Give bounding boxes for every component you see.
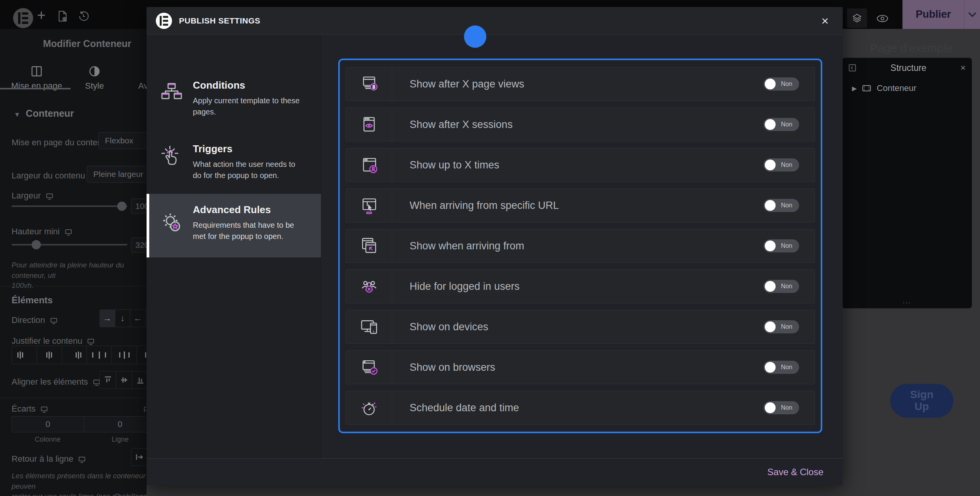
section-conteneur-header[interactable]: ▼Conteneur [14,108,74,119]
responsive-monitor-icon[interactable] [88,339,94,343]
align-control [100,371,147,389]
responsive-monitor-icon[interactable] [79,457,85,461]
justify-end-button[interactable] [62,346,87,364]
min-height-slider-knob[interactable] [32,240,41,249]
justify-space-evenly-button[interactable] [137,346,147,364]
signup-button[interactable]: Sign Up [890,384,953,418]
gap-column-label: Colonne [12,435,84,444]
tab-avance[interactable]: Avancé [121,66,147,91]
justify-start-button[interactable] [12,346,37,364]
rule-row-arriving-from: Show when arriving from Non [346,229,815,263]
toggle-knob [765,119,776,130]
rule-row-up-to-x-times: Show up to X times Non [346,148,815,182]
gap-column-input[interactable]: 0 [12,417,84,432]
justify-control [12,346,147,364]
elementor-menu-button[interactable] [13,8,33,28]
justify-space-between-button[interactable] [87,346,112,364]
gaps-label: Écarts [12,404,47,414]
page-settings-icon[interactable] [56,10,69,22]
content-width-select[interactable]: Pleine largeur [87,166,147,183]
selected-indicator [147,194,149,257]
responsive-monitor-icon[interactable] [41,407,47,411]
gaps-inputs: 0 0 [12,416,147,432]
rule-toggle[interactable]: Non [764,280,799,293]
structure-more-indicator[interactable]: ... [842,296,972,305]
active-tab-underline [0,88,71,89]
tab-style[interactable]: Style [64,66,125,91]
dock-icon[interactable] [848,64,857,72]
rule-toggle[interactable]: Non [764,401,799,414]
justify-space-around-button[interactable] [112,346,137,364]
wrap-label: Retour à la ligne [12,454,85,464]
rule-label: Show when arriving from [410,240,524,252]
structure-close-icon[interactable]: × [960,62,966,73]
rule-toggle[interactable]: Non [764,239,799,252]
rule-toggle[interactable]: Non [764,199,799,212]
direction-control: → ↓ ← ↑ [100,309,147,327]
no-wrap-button[interactable] [132,449,147,466]
direction-column-button[interactable]: ↓ [115,310,131,327]
nav-item-title: Triggers [193,143,309,155]
schedule-icon [346,391,392,424]
toggle-knob [765,240,776,251]
justify-center-button[interactable] [37,346,62,364]
toggle-state-label: Non [781,242,792,249]
rule-label: Show on devices [410,321,488,333]
layout-select[interactable]: Flexbox [98,132,147,149]
align-center-button[interactable] [116,372,132,388]
align-end-button[interactable] [132,372,147,388]
tab-mise-en-page[interactable]: Mise en page [6,66,67,91]
gaps-unit-select[interactable]: p [143,404,147,413]
width-value-input[interactable]: 100 [131,198,147,214]
rule-label: Show on browsers [410,361,495,373]
responsive-monitor-icon[interactable] [65,229,72,234]
align-start-button[interactable] [100,372,116,388]
add-element-icon[interactable]: + [35,11,48,19]
min-height-value-input[interactable]: 320 [131,237,147,253]
responsive-monitor-icon[interactable] [93,380,100,384]
gap-row-label: Ligne [84,435,147,444]
modal-footer: Save & Close [147,458,843,485]
direction-row-reverse-button[interactable]: ← [130,310,146,327]
structure-item-conteneur[interactable]: ▶ Conteneur [842,78,972,93]
rule-row-specific-url: When arriving from specific URL Non [346,188,815,222]
tab-label: Mise en page [6,81,67,91]
nav-item-advanced-rules[interactable]: Advanced Rules Requirements that have to… [147,194,321,257]
width-slider-track[interactable] [12,205,127,207]
toggle-knob [765,281,776,292]
modal-close-icon[interactable]: × [818,14,832,28]
structure-panel-header: Structure × [842,58,972,78]
advanced-rules-list: 3 Show after X page views Non [338,59,822,433]
rule-label: Show after X sessions [410,119,513,131]
toggle-state-label: Non [781,404,792,411]
structure-panel-button[interactable] [847,8,867,28]
toggle-state-label: Non [781,202,792,209]
toggle-knob [765,362,776,373]
gap-row-input[interactable]: 0 [84,417,147,432]
elementor-panel: Modifier Conteneur Mise en page Style [0,29,147,496]
responsive-monitor-icon[interactable] [46,193,53,198]
responsive-monitor-icon[interactable] [51,318,57,323]
rule-label: When arriving from specific URL [410,200,559,212]
rule-toggle[interactable]: Non [764,118,799,131]
publish-button[interactable]: Publier [902,0,980,29]
publish-options-button[interactable] [965,12,980,18]
tab-label: Style [64,81,125,91]
min-height-slider-track[interactable] [12,244,127,245]
rule-toggle[interactable]: Non [764,320,799,333]
rule-toggle[interactable]: Non [764,361,799,374]
caret-right-icon[interactable]: ▶ [852,85,857,92]
modal-header: PUBLISH SETTINGS × [147,7,843,35]
rule-toggle[interactable]: Non [764,158,799,171]
preview-eye-icon[interactable] [875,11,890,26]
direction-row-button[interactable]: → [100,310,115,327]
width-slider-knob[interactable] [117,202,127,211]
width-label: Largeur [12,191,53,201]
nav-item-conditions[interactable]: Conditions Apply current template to the… [147,69,321,128]
save-close-button[interactable]: Save & Close [767,467,823,478]
click-icon [159,145,184,169]
nav-item-triggers[interactable]: Triggers What action the user needs to d… [147,133,321,191]
history-icon[interactable] [77,10,89,22]
width-value: 100 [135,202,147,211]
rule-toggle[interactable]: Non [764,77,799,91]
